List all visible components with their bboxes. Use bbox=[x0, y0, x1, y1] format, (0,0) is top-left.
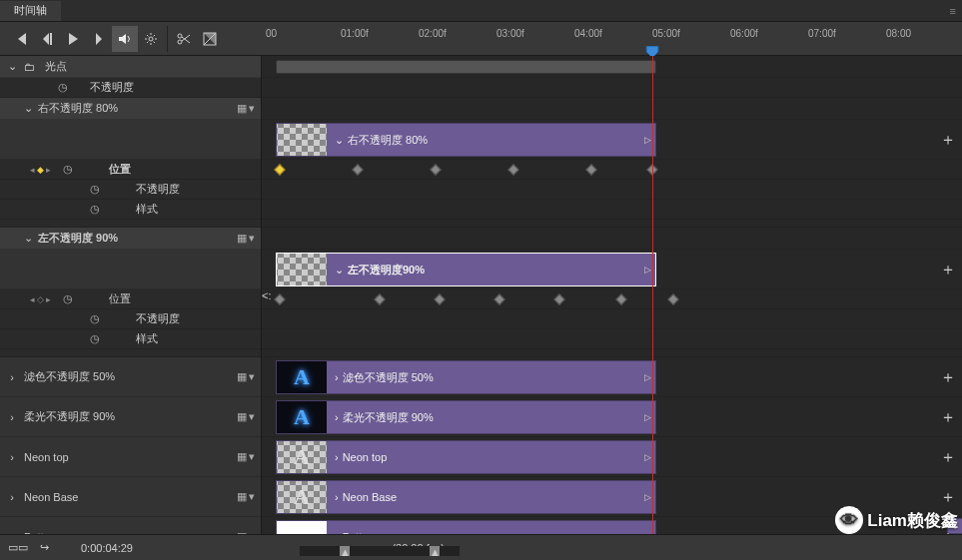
caret-down-icon[interactable]: ⌄ bbox=[22, 102, 34, 115]
clip-softlight-opacity[interactable]: A ›柔光不透明度 90% ▷ bbox=[276, 400, 656, 434]
caret-right-icon[interactable]: › bbox=[6, 451, 18, 463]
stopwatch-icon[interactable]: ◷ bbox=[88, 332, 102, 345]
audio-button[interactable] bbox=[112, 26, 138, 52]
layer-group[interactable]: ⌄ 🗀 光点 bbox=[0, 56, 261, 78]
panel-tab-timeline[interactable]: 时间轴 bbox=[0, 1, 61, 21]
clip-neon-base[interactable]: A ›Neon Base ▷ bbox=[276, 480, 656, 514]
resolution-icon[interactable]: ▭▭ bbox=[8, 541, 28, 554]
clip-caret-icon[interactable]: › bbox=[335, 451, 339, 463]
stopwatch-icon[interactable]: ◷ bbox=[88, 183, 102, 196]
layer-pattern[interactable]: › Pattern ▦▾ bbox=[0, 517, 261, 534]
add-keyframe-button[interactable]: ＋ bbox=[940, 129, 956, 150]
chevron-down-icon[interactable]: ▾ bbox=[249, 370, 255, 383]
keyframe-track[interactable] bbox=[262, 160, 962, 179]
clip-caret-icon[interactable]: › bbox=[335, 411, 339, 423]
keyframe-icon[interactable] bbox=[667, 293, 678, 304]
keyframe-icon[interactable] bbox=[274, 293, 285, 304]
layer-right-opacity[interactable]: ⌄ 右不透明度 80% ▦▾ bbox=[0, 98, 261, 120]
caret-right-icon[interactable]: › bbox=[6, 531, 18, 535]
filmstrip-icon[interactable]: ▦ bbox=[237, 530, 247, 534]
keyframe-icon[interactable] bbox=[352, 164, 363, 175]
first-frame-button[interactable] bbox=[8, 26, 34, 52]
filmstrip-icon[interactable]: ▦ bbox=[237, 102, 247, 115]
panel-menu-icon[interactable]: ≡ bbox=[950, 5, 956, 17]
clip-caret-icon[interactable]: ⌄ bbox=[335, 134, 344, 147]
property-row-opacity[interactable]: ◷ 不透明度 bbox=[0, 309, 261, 329]
clip-caret-icon[interactable]: › bbox=[335, 531, 339, 534]
prev-keyframe-icon[interactable]: ◂ bbox=[30, 165, 35, 175]
clip-pattern[interactable]: ›Pattern ▷ bbox=[276, 520, 656, 534]
property-row-opacity[interactable]: ◷ 不透明度 bbox=[0, 180, 261, 200]
timeline-area[interactable]: ⌄右不透明度 80% ▷ ＋ ⌄左不透明度90% ▷ bbox=[262, 56, 962, 534]
property-row-position[interactable]: ◂ ◇ ▸ ◷ 位置 bbox=[0, 289, 261, 309]
prev-frame-button[interactable] bbox=[34, 26, 60, 52]
keyframe-icon[interactable] bbox=[434, 293, 445, 304]
stopwatch-icon[interactable]: ◷ bbox=[88, 203, 102, 216]
chevron-down-icon[interactable]: ▾ bbox=[249, 410, 255, 423]
clip-play-icon[interactable]: ▷ bbox=[644, 412, 651, 422]
add-keyframe-button[interactable]: ＋ bbox=[940, 406, 956, 427]
caret-down-icon[interactable]: ⌄ bbox=[6, 60, 18, 73]
zoom-slider[interactable]: ▲ ▲ bbox=[300, 546, 460, 556]
add-keyframe-button[interactable]: ＋ bbox=[940, 366, 956, 387]
add-keyframe-button[interactable]: ＋ bbox=[940, 446, 956, 467]
add-keyframe-button[interactable]: ＋ bbox=[940, 486, 956, 507]
clip-play-icon[interactable]: ▷ bbox=[644, 135, 651, 145]
filmstrip-icon[interactable]: ▦ bbox=[237, 450, 247, 463]
prev-keyframe-icon[interactable]: ◂ bbox=[30, 294, 35, 304]
chevron-down-icon[interactable]: ▾ bbox=[249, 450, 255, 463]
play-button[interactable] bbox=[60, 26, 86, 52]
clip-play-icon[interactable]: ▷ bbox=[644, 532, 651, 534]
chevron-down-icon[interactable]: ▾ bbox=[249, 490, 255, 503]
keyframe-icon[interactable] bbox=[430, 164, 441, 175]
layer-left-opacity[interactable]: ⌄ 左不透明度 90% ▦▾ bbox=[0, 228, 261, 250]
keyframe-icon[interactable] bbox=[493, 293, 504, 304]
layer-neon-top[interactable]: › Neon top ▦▾ bbox=[0, 437, 261, 477]
keyframe-icon[interactable] bbox=[585, 164, 596, 175]
keyframe-icon[interactable] bbox=[507, 164, 518, 175]
zoom-handle[interactable]: ▲ bbox=[340, 546, 350, 556]
stopwatch-icon[interactable]: ◷ bbox=[56, 81, 70, 94]
clip-play-icon[interactable]: ▷ bbox=[644, 372, 651, 382]
share-icon[interactable]: ↪ bbox=[40, 541, 49, 554]
stopwatch-icon[interactable]: ◷ bbox=[88, 312, 102, 325]
clip-left-opacity[interactable]: ⌄左不透明度90% ▷ bbox=[276, 253, 656, 286]
keyframe-icon[interactable] bbox=[615, 293, 626, 304]
property-row-opacity[interactable]: ◷ 不透明度 bbox=[0, 78, 261, 98]
split-button[interactable] bbox=[171, 26, 197, 52]
next-keyframe-icon[interactable]: ▸ bbox=[46, 294, 51, 304]
clip-play-icon[interactable]: ▷ bbox=[644, 265, 651, 275]
keyframe-icon[interactable] bbox=[553, 293, 564, 304]
property-row-position[interactable]: ◂ ◆ ▸ ◷ 位置 bbox=[0, 160, 261, 180]
clip-caret-icon[interactable]: ⌄ bbox=[335, 264, 344, 277]
time-ruler[interactable]: 00 01:00f 02:00f 03:00f 04:00f 05:00f 06… bbox=[262, 22, 962, 56]
caret-right-icon[interactable]: › bbox=[6, 491, 18, 503]
clip-play-icon[interactable]: ▷ bbox=[644, 492, 651, 502]
filmstrip-icon[interactable]: ▦ bbox=[237, 370, 247, 383]
caret-down-icon[interactable]: ⌄ bbox=[22, 232, 34, 245]
timecode-display[interactable]: 0:00:04:29 bbox=[81, 542, 133, 554]
keyframe-toggle-icon[interactable]: ◆ bbox=[37, 165, 44, 175]
transition-button[interactable] bbox=[197, 26, 223, 52]
next-keyframe-icon[interactable]: ▸ bbox=[46, 165, 51, 175]
filmstrip-icon[interactable]: ▦ bbox=[237, 410, 247, 423]
stopwatch-icon[interactable]: ◷ bbox=[61, 163, 75, 176]
zoom-handle[interactable]: ▲ bbox=[430, 546, 440, 556]
next-frame-button[interactable] bbox=[86, 26, 112, 52]
summary-bar[interactable] bbox=[276, 60, 656, 74]
layer-screen-opacity[interactable]: › 滤色不透明度 50% ▦▾ bbox=[0, 357, 261, 397]
keyframe-toggle-icon[interactable]: ◇ bbox=[37, 294, 44, 304]
clip-neon-top[interactable]: A ›Neon top ▷ bbox=[276, 440, 656, 474]
clip-right-opacity[interactable]: ⌄右不透明度 80% ▷ bbox=[276, 123, 656, 157]
keyframe-icon[interactable] bbox=[274, 164, 285, 175]
clip-screen-opacity[interactable]: A ›滤色不透明度 50% ▷ bbox=[276, 360, 656, 394]
clip-caret-icon[interactable]: › bbox=[335, 371, 339, 383]
property-row-style[interactable]: ◷ 样式 bbox=[0, 329, 261, 349]
caret-right-icon[interactable]: › bbox=[6, 411, 18, 423]
chevron-down-icon[interactable]: ▾ bbox=[249, 232, 255, 245]
clip-play-icon[interactable]: ▷ bbox=[644, 452, 651, 462]
clip-caret-icon[interactable]: › bbox=[335, 491, 339, 503]
keyframe-track[interactable]: <: bbox=[262, 289, 962, 308]
filmstrip-icon[interactable]: ▦ bbox=[237, 232, 247, 245]
settings-button[interactable] bbox=[138, 26, 164, 52]
